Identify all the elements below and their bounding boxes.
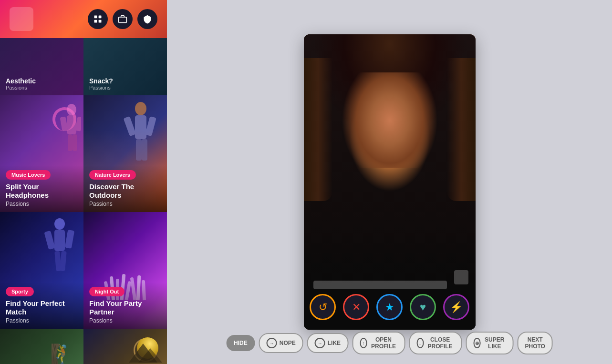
nope-button[interactable]: ✕ [343,294,369,320]
passion-cards-grid: Aesthetic Passions Snack? Passions Musi [0,38,167,364]
nope-toolbar-icon: → [267,338,277,348]
shield-icon-button[interactable] [137,9,157,29]
music-subtitle: Passions [6,201,78,207]
shield-icon [143,14,152,24]
svg-rect-10 [68,134,73,151]
boost-button[interactable]: ⚡ [443,294,469,320]
app-header [0,0,167,38]
sporty-person-silhouette [41,217,79,288]
svg-rect-21 [65,230,74,249]
svg-rect-19 [54,230,65,251]
bottom-toolbar: HIDE → NOPE → LIKE ↑ OPEN PROFILE ↓ CLOS… [226,332,553,354]
face-skin [342,72,437,168]
card-aesthetic[interactable]: Aesthetic Passions [0,38,83,95]
briefcase-icon-button[interactable] [113,9,133,29]
next-photo-label: NEXT PHOTO [525,336,545,350]
card-thrill-seekers[interactable]: 🧗 Thrill Seekers [0,329,83,364]
music-title: Split Your Headphones [6,182,78,200]
svg-rect-1 [99,16,102,19]
music-person-silhouette [52,102,81,160]
close-profile-icon: ↓ [416,338,424,348]
nope-toolbar-label: NOPE [280,340,296,346]
open-profile-label: OPEN PROFILE [370,336,397,350]
music-badge: Music Lovers [6,170,51,180]
svg-point-6 [67,104,76,115]
info-icon-blurred [454,270,468,284]
nature-badge: Nature Lovers [89,170,136,180]
like-button[interactable]: ♥ [410,294,436,320]
grid-icon [93,14,103,24]
card-music-lovers[interactable]: Music Lovers Split Your Headphones Passi… [0,95,83,212]
logo [10,7,33,31]
snack-subtitle: Passions [89,85,113,91]
super-like-toolbar-icon: ⊕ [473,338,481,348]
super-like-toolbar-button[interactable]: ⊕ SUPER LIKE [466,332,513,354]
profile-photo [304,34,476,330]
sporty-badge: Sporty [6,287,34,296]
super-like-button[interactable]: ★ [376,294,403,320]
open-profile-button[interactable]: ↑ OPEN PROFILE [352,332,405,354]
hide-button[interactable]: HIDE [226,335,255,351]
svg-rect-8 [60,116,68,131]
rewind-button[interactable]: ↺ [310,294,336,320]
svg-rect-2 [94,20,97,23]
climber-decoration: 🧗 [50,343,74,364]
name-bar-blurred [313,281,447,289]
nature-subtitle: Passions [89,201,161,207]
svg-rect-3 [99,20,102,23]
aesthetic-text: Aesthetic Passions [6,77,36,91]
briefcase-icon [118,14,127,24]
hide-label: HIDE [234,340,248,346]
svg-rect-20 [44,231,55,250]
grid-icon-button[interactable] [88,9,108,29]
like-toolbar-button[interactable]: → LIKE [307,333,348,353]
hair-right [447,58,476,201]
aesthetic-title: Aesthetic [6,77,36,85]
svg-rect-23 [60,251,67,272]
nature-title: Discover The Outdoors [89,182,161,200]
svg-rect-4 [119,17,127,23]
night-title: Find Your Party Partner [89,299,161,316]
open-profile-icon: ↑ [360,338,367,348]
super-like-toolbar-label: SUPER LIKE [483,336,506,350]
svg-rect-7 [67,115,76,134]
aesthetic-subtitle: Passions [6,85,36,91]
profile-card: ↺ ✕ ★ ♥ ⚡ [304,34,476,330]
card-snack[interactable]: Snack? Passions [83,38,167,95]
svg-rect-11 [73,134,77,151]
snack-text: Snack? Passions [89,77,113,91]
snack-title: Snack? [89,77,113,85]
hair-left [304,58,332,201]
profile-action-buttons: ↺ ✕ ★ ♥ ⚡ [304,294,476,320]
header-icons [88,9,157,29]
like-toolbar-label: LIKE [328,340,341,346]
night-badge: Night Out [89,287,124,296]
card-sporty[interactable]: Sporty Find Your Perfect Match Passions [0,212,83,329]
sporty-subtitle: Passions [6,317,78,324]
music-overlay: Music Lovers Split Your Headphones Passi… [0,165,83,212]
nope-toolbar-button[interactable]: → NOPE [259,333,303,353]
card-wanderlust[interactable]: Wanderlust [83,329,167,364]
mountain-decoration [124,341,162,364]
card-night-out[interactable]: Night Out Find Your Party Partner Passio… [83,212,167,329]
night-subtitle: Passions [89,317,161,324]
next-photo-button[interactable]: NEXT PHOTO [517,332,552,354]
svg-point-18 [54,218,65,230]
like-toolbar-icon: → [315,338,325,348]
mountain-svg [124,341,162,364]
left-panel: Aesthetic Passions Snack? Passions Musi [0,0,167,364]
close-profile-label: CLOSE PROFILE [426,336,454,350]
right-panel: ↺ ✕ ★ ♥ ⚡ HIDE → NOPE → LIKE ↑ OPEN PROF… [167,0,612,364]
nature-overlay: Nature Lovers Discover The Outdoors Pass… [83,165,167,212]
card-nature-lovers[interactable]: Nature Lovers Discover The Outdoors Pass… [83,95,167,212]
night-overlay: Night Out Find Your Party Partner Passio… [83,282,167,329]
sporty-title: Find Your Perfect Match [6,299,78,316]
sporty-overlay: Sporty Find Your Perfect Match Passions [0,282,83,329]
svg-rect-0 [94,16,97,19]
close-profile-button[interactable]: ↓ CLOSE PROFILE [409,332,462,354]
